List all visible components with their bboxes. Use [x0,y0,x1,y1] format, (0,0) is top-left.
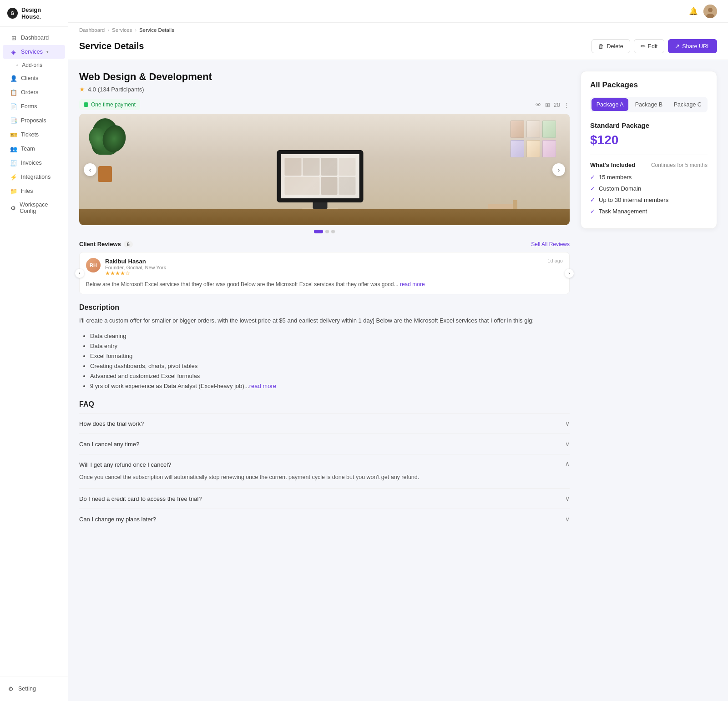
sidebar-item-dashboard[interactable]: ⊞ Dashboard [3,31,65,45]
check-icon-2: ✓ [590,185,595,192]
faq-item-5: Can I change my plans later? ∨ [79,509,570,529]
carousel-dot-1[interactable] [314,230,323,233]
sidebar-item-proposals[interactable]: 📑 Proposals [3,114,65,127]
continues-text: Continues for 5 months [651,162,708,168]
sidebar-label-files: Files [21,188,33,194]
feature-item-4: ✓ Task Management [590,208,708,215]
feature-label-3: Up to 30 internal members [599,197,668,203]
wall-items-decoration [511,121,556,157]
payment-label: One time payment [91,101,136,108]
carousel-dot-2[interactable] [325,230,329,233]
forms-icon: 📄 [10,103,17,110]
sidebar-label-invoices: Invoices [21,160,42,166]
package-divider [590,155,708,155]
faq-question-3[interactable]: Will I get any refund once I cancel? ∨ [79,461,570,468]
app-name: Design House. [21,6,61,20]
orders-icon: 📋 [10,89,17,96]
feature-label-2: Custom Domain [599,185,641,192]
action-buttons: 🗑 Delete ✏ Edit ↗ Share URL [592,39,717,53]
review-prev-button[interactable]: ‹ [75,269,84,278]
sidebar-label-clients: Clients [21,75,38,81]
addons-icon: ◦ [16,62,18,68]
sidebar-item-integrations[interactable]: ⚡ Integrations [3,170,65,184]
payment-dot [84,102,88,107]
faq-question-5[interactable]: Can I change my plans later? ∨ [79,515,570,523]
sidebar-item-setting[interactable]: ⚙ Setting [7,682,61,696]
sidebar-item-invoices[interactable]: 🧾 Invoices [3,156,65,170]
sidebar-item-orders[interactable]: 📋 Orders [3,86,65,99]
faq-question-2[interactable]: Can I cancel any time? ∨ [79,440,570,448]
faq-question-1[interactable]: How does the trial work? ∨ [79,420,570,427]
service-title: Web Design & Development [79,71,570,83]
content-area: Dashboard › Services › Service Details S… [68,23,728,701]
sidebar-label-integrations: Integrations [21,174,51,180]
delete-button[interactable]: 🗑 Delete [592,39,630,53]
reviewer-info: Rakibul Hasan Founder, Gochal, New York … [105,258,166,277]
description-intro: I'll create a custom offer for smaller o… [79,316,570,326]
list-item: Data cleaning [90,331,570,341]
sidebar: G Design House. ⊞ Dashboard ◈ Services ▾… [0,0,68,701]
carousel-prev-button[interactable]: ‹ [84,163,96,176]
feature-label-1: 15 members [599,174,632,181]
faq-question-4[interactable]: Do I need a credit card to access the fr… [79,495,570,502]
package-tab-b[interactable]: Package B [630,98,667,111]
reviews-title: Client Reviews 6 [79,241,133,247]
faq-section: FAQ How does the trial work? ∨ Can I can… [79,400,570,529]
setting-icon: ⚙ [7,685,15,692]
sidebar-item-services[interactable]: ◈ Services ▾ [3,45,65,59]
review-read-more[interactable]: read more [400,281,425,287]
sidebar-item-addons[interactable]: ◦ Add-ons [0,59,68,71]
share-icon: ↗ [675,43,680,50]
sidebar-item-forms[interactable]: 📄 Forms [3,100,65,113]
sidebar-item-files[interactable]: 📁 Files [3,184,65,198]
check-icon-3: ✓ [590,197,595,203]
feature-item-2: ✓ Custom Domain [590,185,708,192]
sidebar-label-forms: Forms [21,103,37,110]
faq-chevron-1: ∨ [565,420,570,427]
notifications-icon[interactable]: 🔔 [689,7,698,15]
package-tab-c[interactable]: Package C [669,98,706,111]
files-icon: 📁 [10,187,17,195]
package-name: Standard Package [590,121,708,129]
sidebar-item-clients[interactable]: 👤 Clients [3,71,65,85]
faq-title: FAQ [79,400,570,408]
review-card: ‹ RH Rakibul Hasan Founder, Gochal, New … [79,252,570,294]
breadcrumb-services[interactable]: Services [112,27,132,33]
sidebar-item-workspace-config[interactable]: ⚙ Workspace Config [3,198,65,217]
team-icon: 👥 [10,145,17,152]
app-logo[interactable]: G Design House. [0,0,68,27]
user-avatar[interactable] [703,5,717,18]
sidebar-label-orders: Orders [21,89,38,96]
integrations-icon: ⚡ [10,173,17,181]
sidebar-item-tickets[interactable]: 🎫 Tickets [3,128,65,141]
review-time: 1d ago [547,258,563,263]
page-title-row: Service Details 🗑 Delete ✏ Edit ↗ Share … [79,35,717,60]
monitor-decoration [277,150,364,212]
description-read-more[interactable]: read more [249,383,276,389]
list-item: Excel formatting [90,351,570,361]
sidebar-item-team[interactable]: 👥 Team [3,142,65,156]
main-content: 🔔 Dashboard › Services › Service Details… [68,0,728,701]
faq-chevron-5: ∨ [565,515,570,523]
grid-icon[interactable]: ⊞ [545,101,550,108]
check-icon-4: ✓ [590,208,595,215]
sidebar-label-dashboard: Dashboard [21,35,49,41]
svg-point-1 [708,8,713,12]
review-stars: ★★★★☆ [105,270,166,277]
eye-off-icon[interactable]: 👁 [536,101,541,108]
breadcrumb-dashboard[interactable]: Dashboard [79,27,105,33]
package-tab-a[interactable]: Package A [592,98,628,111]
faq-item-2: Can I cancel any time? ∨ [79,434,570,454]
feature-item-1: ✓ 15 members [590,174,708,181]
share-url-button[interactable]: ↗ Share URL [668,39,717,53]
edit-button[interactable]: ✏ Edit [634,39,665,53]
carousel-dots [79,230,570,233]
more-icon[interactable]: ⋮ [564,101,570,108]
review-top: RH Rakibul Hasan Founder, Gochal, New Yo… [86,258,563,277]
included-header: What's Included Continues for 5 months [590,161,708,168]
carousel-next-button[interactable]: › [552,163,565,176]
star-icon: ★ [79,86,85,93]
see-all-reviews-link[interactable]: Sell All Reviews [531,241,570,247]
review-next-button[interactable]: › [565,269,574,278]
carousel-dot-3[interactable] [331,230,335,233]
